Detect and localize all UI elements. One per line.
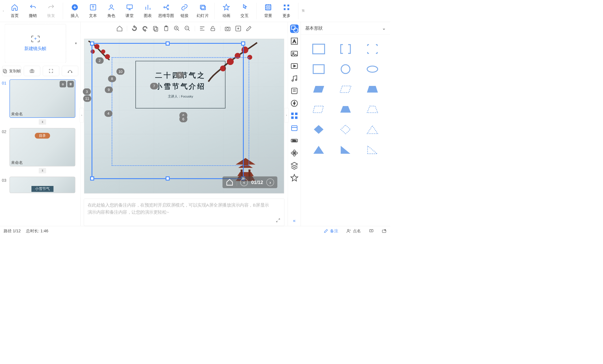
shapes-category-select[interactable]: 基本形狀 ⌄ [301, 22, 390, 35]
home-button[interactable]: 首页 [5, 3, 24, 20]
rail-flash-button[interactable] [290, 99, 298, 108]
edit-button[interactable] [246, 25, 252, 32]
shape-triangle-dotted[interactable] [366, 124, 379, 135]
paste-button[interactable] [163, 25, 169, 32]
new-frame-button[interactable]: + 新建镜头帧 [5, 24, 66, 62]
copy-button[interactable] [152, 25, 159, 32]
collapse-left-handle[interactable]: ‹ [80, 108, 84, 123]
zoom-out-button[interactable] [184, 25, 190, 32]
frame-marker[interactable]: 8 [108, 75, 116, 82]
path-button[interactable] [62, 66, 78, 76]
toolbar-scroll-left[interactable]: ‹ [1, 9, 6, 13]
shape-rect-dotted[interactable] [312, 104, 325, 115]
rail-video-button[interactable] [290, 62, 298, 70]
copy-frame-button[interactable]: 复制帧 [2, 66, 21, 76]
frame-marker[interactable]: 7 [150, 83, 158, 89]
new-frame-dropdown[interactable]: ▼ [74, 42, 77, 45]
frame-item-3[interactable]: 03 小雪节气 [2, 177, 78, 193]
frame-item-1[interactable]: 01 ⚙🗑 未命名 [2, 79, 78, 118]
frame-thumbnail[interactable]: ⚙🗑 未命名 [10, 79, 75, 118]
shape-corners[interactable] [366, 43, 379, 55]
shape-trapezoid-fill[interactable] [366, 84, 379, 95]
rotate-left-button[interactable] [131, 25, 138, 32]
chart-button[interactable]: 图表 [139, 3, 157, 20]
mindmap-button[interactable]: 思维导图 [157, 3, 175, 20]
camera-button[interactable] [24, 66, 40, 76]
rail-layers-button[interactable] [290, 161, 298, 170]
frame-thumbnail[interactable]: 小雪节气 [10, 177, 75, 193]
trash-icon[interactable]: 🗑 [67, 81, 74, 87]
frame-timer[interactable]: ⧗ [10, 119, 75, 125]
classroom-button[interactable]: 课堂 [120, 3, 139, 20]
frame-marker[interactable]: 5 [176, 72, 184, 78]
frame-marker[interactable]: 4 [104, 110, 112, 117]
rail-note-button[interactable] [290, 87, 298, 95]
align-button[interactable] [199, 25, 205, 32]
frame-item-2[interactable]: 02 目录 未命名 [2, 128, 78, 166]
interaction-button[interactable]: 交互 [235, 3, 254, 20]
status-notes-button[interactable]: 备注 [324, 228, 338, 233]
link-button[interactable]: 链接 [175, 3, 194, 20]
export-button[interactable] [235, 25, 241, 32]
shape-trapezoid-dotted[interactable] [366, 104, 379, 115]
redo-button[interactable]: 恢复 [42, 3, 60, 20]
shape-right-triangle-fill[interactable] [339, 144, 352, 155]
rail-audio-button[interactable] [290, 74, 298, 83]
canvas[interactable]: 二十四节气之 小雪节气介绍 主讲人：Focusky 2 3 4 5 6 7 8 … [84, 39, 284, 193]
shape-right-triangle-dotted[interactable] [366, 144, 379, 155]
rail-text-button[interactable]: A [290, 37, 298, 46]
fit-screen-button[interactable] [43, 66, 59, 76]
gear-icon[interactable]: ⚙ [60, 81, 66, 87]
text-button[interactable]: 文本 [84, 3, 102, 20]
shape-diamond-dotted[interactable] [339, 124, 352, 135]
expand-icon[interactable] [276, 218, 281, 223]
collapse-right-handle[interactable]: › [285, 108, 289, 123]
notes-area[interactable]: 在此处输入您的备注内容，在预览时开启双屏模式，可以实现A屏全屏播放演示内容，B屏… [84, 199, 284, 226]
animation-button[interactable]: 动画 [217, 3, 236, 20]
rail-template-button[interactable] [290, 124, 298, 133]
frame-marker[interactable]: 9 [105, 86, 113, 93]
insert-button[interactable]: 插入 [66, 3, 84, 20]
status-present-button[interactable] [369, 228, 374, 233]
shape-rect-dashed[interactable] [312, 43, 325, 55]
frame-timer[interactable]: ⧗ [10, 168, 75, 173]
frame-marker[interactable]: 11 [83, 95, 91, 102]
shape-parallelogram-dotted[interactable] [339, 84, 352, 95]
shape-trapezoid2-fill[interactable] [339, 104, 352, 115]
toolbar-scroll-right[interactable]: 预 [301, 9, 305, 13]
snapshot-button[interactable] [224, 25, 231, 32]
background-button[interactable]: 背景 [259, 3, 277, 20]
shape-diamond-fill[interactable] [312, 124, 325, 135]
more-button[interactable]: 更多 [277, 3, 296, 20]
zoom-in-button[interactable] [173, 25, 180, 32]
frame-marker[interactable]: 2 [96, 57, 103, 64]
shape-rect-outline[interactable] [312, 64, 325, 75]
shape-brackets[interactable] [339, 43, 352, 55]
status-rollcall-button[interactable]: 点名 [346, 228, 361, 233]
rail-image-button[interactable] [290, 49, 298, 58]
shape-triangle-fill[interactable] [312, 144, 325, 155]
frame-marker[interactable]: 10 [116, 68, 124, 75]
shape-parallelogram-fill[interactable] [312, 84, 325, 95]
rail-button-button[interactable]: Btn [290, 136, 298, 145]
rail-3d-button[interactable] [290, 149, 298, 157]
rail-favorite-button[interactable] [290, 174, 298, 182]
pager-home-button[interactable] [226, 178, 233, 186]
undo-button[interactable]: 撤销 [24, 3, 42, 20]
rail-collapse-button[interactable]: « [293, 218, 296, 224]
frame-thumbnail[interactable]: 目录 未命名 [10, 128, 75, 166]
rail-components-button[interactable] [290, 112, 298, 120]
pager-next-button[interactable]: › [266, 178, 274, 186]
rotate-right-button[interactable] [142, 25, 148, 32]
frame-marker[interactable]: 6 [179, 116, 187, 122]
frame-marker[interactable]: 3 [83, 88, 91, 95]
rail-shapes-button[interactable] [290, 25, 298, 33]
slides-button[interactable]: 幻灯片 [194, 3, 212, 20]
pager-prev-button[interactable]: ‹ [240, 178, 248, 186]
lock-button[interactable] [209, 25, 216, 32]
canvas-home-button[interactable] [116, 25, 123, 32]
status-record-button[interactable] [382, 228, 387, 233]
title-card[interactable]: 二十四节气之 小雪节气介绍 主讲人：Focusky [135, 61, 225, 108]
shape-circle-outline[interactable] [339, 64, 352, 75]
character-button[interactable]: 角色 [102, 3, 121, 20]
